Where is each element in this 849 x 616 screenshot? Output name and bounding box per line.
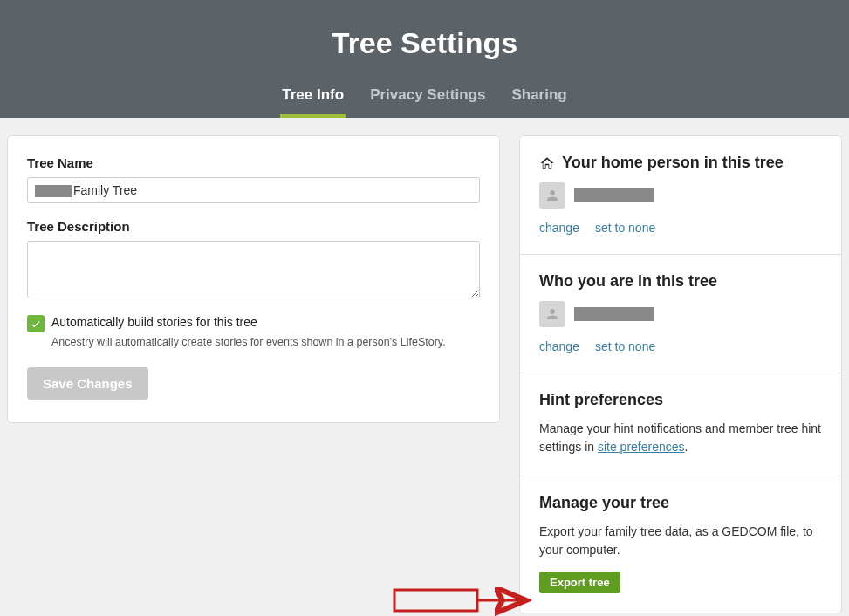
- change-who-you-are-link[interactable]: change: [539, 339, 579, 353]
- auto-stories-label: Automatically build stories for this tre…: [51, 315, 257, 329]
- tab-bar: Tree Info Privacy Settings Sharing: [0, 79, 849, 118]
- home-person-row: [539, 182, 822, 209]
- tree-name-suffix: Family Tree: [73, 183, 137, 197]
- person-icon: [544, 306, 560, 322]
- person-icon: [544, 188, 560, 203]
- tree-name-label: Tree Name: [27, 155, 480, 170]
- avatar: [539, 182, 565, 209]
- hint-body-post: .: [685, 440, 688, 454]
- change-home-person-link[interactable]: change: [539, 221, 579, 235]
- who-you-are-title: Who you are in this tree: [539, 272, 822, 291]
- tree-name-input[interactable]: Family Tree: [27, 177, 480, 203]
- home-person-section: Your home person in this tree change set…: [520, 136, 841, 255]
- manage-tree-section: Manage your tree Export your family tree…: [520, 476, 841, 613]
- avatar: [539, 301, 565, 327]
- site-preferences-link[interactable]: site preferences: [598, 440, 685, 454]
- hint-preferences-section: Hint preferences Manage your hint notifi…: [520, 373, 841, 476]
- page-title: Tree Settings: [0, 26, 849, 60]
- tree-info-panel: Tree Name Family Tree Tree Description A…: [7, 135, 500, 423]
- who-you-are-section: Who you are in this tree change set to n…: [520, 255, 841, 373]
- export-tree-button[interactable]: Export tree: [539, 572, 620, 593]
- hint-preferences-title: Hint preferences: [539, 391, 822, 409]
- auto-stories-row: Automatically build stories for this tre…: [27, 315, 480, 332]
- redacted-person-name: [574, 188, 654, 202]
- manage-tree-body: Export your family tree data, as a GEDCO…: [539, 523, 822, 559]
- home-person-links: change set to none: [539, 221, 822, 235]
- tree-description-label: Tree Description: [27, 219, 480, 234]
- tab-tree-info[interactable]: Tree Info: [280, 79, 346, 118]
- who-you-are-row: [539, 301, 822, 327]
- page-header: Tree Settings Tree Info Privacy Settings…: [0, 0, 849, 118]
- home-person-title: Your home person in this tree: [539, 154, 822, 172]
- tab-sharing[interactable]: Sharing: [510, 79, 568, 118]
- sidebar-panel: Your home person in this tree change set…: [519, 135, 842, 613]
- check-icon: [30, 318, 42, 330]
- manage-tree-title: Manage your tree: [539, 494, 822, 512]
- home-icon: [539, 155, 555, 171]
- tree-description-input[interactable]: [27, 241, 480, 298]
- redacted-name-prefix: [35, 185, 72, 197]
- redacted-person-name: [574, 307, 654, 321]
- content-wrapper: Tree Name Family Tree Tree Description A…: [0, 118, 849, 613]
- set-who-you-are-none-link[interactable]: set to none: [595, 339, 655, 353]
- hint-preferences-body: Manage your hint notifications and membe…: [539, 420, 822, 456]
- home-person-title-text: Your home person in this tree: [562, 154, 784, 172]
- tab-privacy-settings[interactable]: Privacy Settings: [368, 79, 487, 118]
- auto-stories-checkbox[interactable]: [27, 315, 45, 332]
- save-changes-button[interactable]: Save Changes: [27, 367, 148, 400]
- set-home-person-none-link[interactable]: set to none: [595, 221, 655, 235]
- auto-stories-subtext: Ancestry will automatically create stori…: [51, 336, 480, 348]
- who-you-are-links: change set to none: [539, 339, 822, 353]
